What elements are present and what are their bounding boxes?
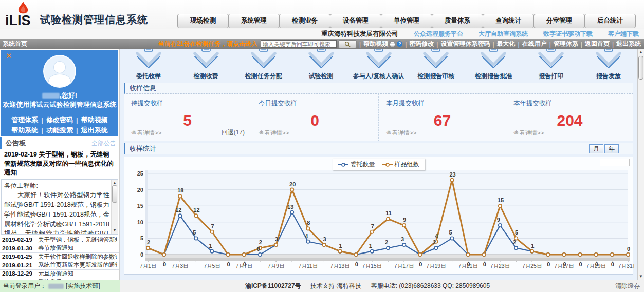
nav-tab-field-test[interactable]: 现场检测 [177, 14, 229, 28]
quicklink-help-video[interactable]: 帮助视频 [81, 116, 108, 124]
test-icon [292, 49, 350, 72]
quick-links-row1: 管理体系|修改密码|帮助视频 [1, 115, 118, 125]
menu-help-video[interactable]: 帮助视频 ? [363, 40, 402, 48]
workflow-step-2[interactable]: 检测收费 [177, 49, 235, 82]
svg-text:7月9日: 7月9日 [268, 263, 285, 269]
list-item[interactable]: 2019-01-30春节放假通知 [0, 244, 119, 252]
legend-consignments[interactable]: 委托数量 [338, 160, 375, 169]
menu-change-password[interactable]: 密码修改 [409, 40, 434, 48]
quicklink-quality-system[interactable]: 管理体系 [11, 116, 38, 124]
search-icon [344, 41, 351, 47]
notice-list: 2019-02-19关于型钢，钢板，无缝钢管新规范发版 2019-01-30春节… [0, 236, 119, 280]
menu-quality-system[interactable]: 管理体系 [554, 40, 578, 48]
main-nav: 现场检测 系统管理 检测业务 设备管理 单位管理 质量体系 查询统计 分室管理 … [178, 14, 636, 28]
year-button[interactable]: 年 [604, 144, 619, 153]
chart-toolbar-placeholder[interactable] [600, 159, 630, 166]
workflow-step-8[interactable]: 报告打印 [522, 49, 580, 82]
svg-text:0: 0 [563, 261, 566, 267]
quicklink-change-password[interactable]: 修改密码 [46, 116, 73, 124]
view-detail-link[interactable]: 查看详情>> [259, 129, 289, 137]
list-item[interactable]: 2018-12-29元旦放假通知 [0, 269, 119, 278]
svg-text:0: 0 [467, 261, 470, 267]
svg-text:1: 1 [209, 243, 212, 249]
workflow-step-5[interactable]: 参与人/复核人确认 [350, 49, 408, 82]
notice-headline[interactable]: 2019-02-19 关于型钢，钢板，无缝钢管新规范发版及对应的一些信息优化的通… [0, 149, 119, 179]
view-detail-link[interactable]: 查看详情>> [513, 129, 544, 137]
svg-text:0: 0 [579, 261, 582, 267]
list-item[interactable]: 2019-02-19关于型钢，钢板，无缝钢管新规范发版 [0, 236, 119, 244]
list-item[interactable]: 2019-01-21系统首页新版本更新发版的通知 [0, 261, 119, 269]
month-button[interactable]: 月 [589, 144, 603, 153]
close-icon[interactable]: ✕ [6, 51, 12, 61]
link-cert-driver[interactable]: 数字证书驱动下载 [543, 30, 593, 38]
svg-text:7: 7 [371, 223, 374, 229]
stat-card-pending: 待提交收样 5 查看详情>> 回退(17) [124, 94, 251, 141]
menu-system-password[interactable]: 设置管理体系密码 [440, 40, 490, 48]
search-input[interactable] [261, 40, 337, 48]
svg-text:1: 1 [531, 243, 534, 249]
menu-online-users[interactable]: 在线用户 [522, 40, 547, 48]
fee-icon [177, 49, 235, 72]
scroll-thumb[interactable] [112, 185, 117, 203]
svg-text:7月17日: 7月17日 [394, 263, 414, 269]
quicklink-logout[interactable]: 退出系统 [81, 126, 108, 134]
view-detail-link[interactable]: 查看详情>> [386, 129, 416, 137]
link-hall-query[interactable]: 大厅自助查询系统 [479, 30, 528, 38]
nav-tab-room-mgmt[interactable]: 分室管理 [533, 14, 585, 28]
nav-tab-test-business[interactable]: 检测业务 [279, 14, 330, 28]
search-button[interactable] [338, 40, 357, 48]
quicklink-function-search[interactable]: 功能搜索 [46, 126, 73, 134]
view-detail-link[interactable]: 查看详情>> [131, 129, 161, 137]
nav-tab-system-mgmt[interactable]: 系统管理 [228, 14, 280, 28]
list-item[interactable]: 2019-01-25关于软件回退收样删除的参数试验数据 [0, 252, 119, 261]
link-client-download[interactable]: 客户端下载 [608, 30, 639, 38]
nav-tab-quality[interactable]: 质量体系 [432, 14, 483, 28]
redacted-username [42, 93, 60, 99]
menu-logout[interactable]: 退出系统 [616, 40, 641, 48]
stat-card-year: 本年提交收样 204 查看详情>> [506, 94, 633, 141]
workflow-step-4[interactable]: 试验检测 [292, 49, 350, 82]
sample-info-header: 收样信息 [124, 83, 633, 94]
nav-tab-backend-stats[interactable]: 后台统计 [584, 14, 636, 28]
svg-text:15: 15 [498, 197, 504, 203]
all-notices-link[interactable]: 全部公告 [91, 139, 116, 148]
scroll-up-icon[interactable]: ▲ [639, 50, 643, 54]
svg-text:5: 5 [449, 229, 452, 236]
workflow-step-7[interactable]: 检测报告批准 [465, 49, 522, 82]
nav-tab-query-stats[interactable]: 查询统计 [483, 14, 534, 28]
svg-text:5: 5 [140, 235, 143, 241]
rollback-link[interactable]: 回退(17) [222, 128, 245, 137]
avatar [43, 55, 76, 88]
main-scrollbar[interactable]: ▲ ▼ [637, 49, 644, 280]
svg-text:3: 3 [323, 236, 326, 242]
task-alert[interactable]: 当前有21份在检测任务，请点击进入 [158, 40, 257, 48]
clear-cache-link[interactable]: 清除缓存 [615, 282, 640, 290]
quicklink-help-system[interactable]: 帮助系统 [11, 126, 38, 134]
home-tab[interactable]: 系统首页 [3, 40, 27, 48]
legend-sample-groups[interactable]: 样品组数 [382, 160, 419, 169]
nav-tab-equipment[interactable]: 设备管理 [330, 14, 381, 28]
scroll-thumb[interactable] [638, 56, 643, 80]
workflow-step-3[interactable]: 检测任务分配 [235, 49, 292, 82]
chart-legend[interactable]: 委托数量 样品组数 [333, 159, 425, 170]
svg-text:0: 0 [227, 261, 230, 267]
svg-text:2: 2 [147, 239, 150, 245]
link-remote-service[interactable]: 公众远程服务平台 [414, 30, 463, 38]
svg-text:2: 2 [513, 239, 516, 245]
scroll-down-icon[interactable]: ▼ [113, 227, 117, 233]
notice-scrollbar[interactable]: ▲ ▼ [111, 180, 118, 234]
workflow-step-9[interactable]: 报告发放 [580, 49, 637, 82]
logo-text: iLIS [5, 13, 31, 29]
menu-maximize[interactable]: 最大化 [497, 40, 516, 48]
workflow-step-1[interactable]: 委托收样 [120, 49, 177, 82]
section-title: 收样统计 [130, 144, 156, 153]
toolbar-right: 当前有21份在检测任务，请点击进入 | 帮助视频 ? | 密码修改 | 设置管理… [158, 40, 644, 48]
menu-back-home[interactable]: 返回首页 [585, 40, 610, 48]
svg-text:8: 8 [307, 220, 310, 226]
workflow-step-6[interactable]: 检测报告审核 [407, 49, 465, 82]
svg-text:10: 10 [137, 219, 143, 225]
nav-tab-unit-mgmt[interactable]: 单位管理 [381, 14, 432, 28]
help-icon[interactable]: ? [397, 41, 402, 47]
clipboard-icon [120, 49, 177, 72]
scroll-down-icon[interactable]: ▼ [639, 274, 643, 279]
